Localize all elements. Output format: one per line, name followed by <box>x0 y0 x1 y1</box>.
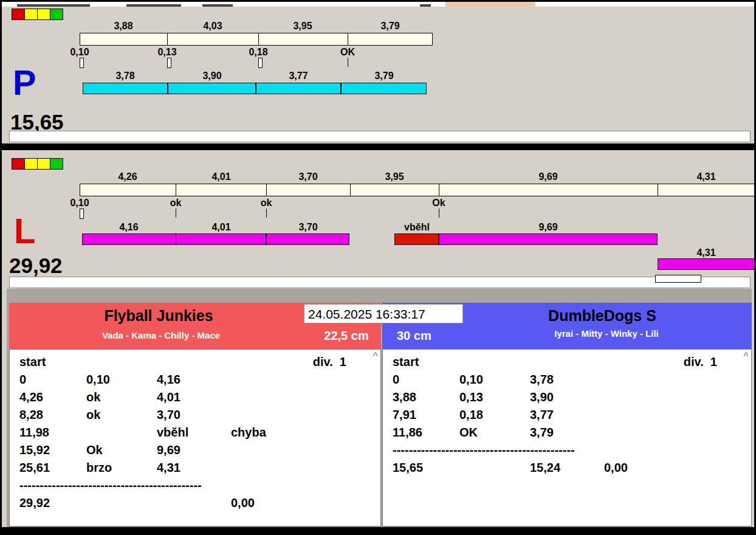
dog-run-segment <box>176 233 266 245</box>
split-time-label: 4,01 <box>211 171 230 182</box>
window-bottom-edge <box>2 527 754 534</box>
team-left-results-table[interactable]: startdiv. 100,104,164,26ok4,018,28ok3,70… <box>9 349 381 526</box>
result-cell: brzo <box>86 460 112 475</box>
dog-run-segment <box>82 233 176 245</box>
result-cell: 4,26 <box>19 390 43 404</box>
pass-mark-label: ok <box>261 198 272 209</box>
result-cell: 15,92 <box>19 443 50 457</box>
dog-run-segment <box>658 258 755 270</box>
result-cell: 15,24 <box>530 460 560 475</box>
team-right-name: DumbleDogs S <box>455 307 749 325</box>
dog-run-time-label: 9,69 <box>538 222 557 233</box>
split-time-label: 3,70 <box>298 171 317 182</box>
split-bar-divider <box>350 184 351 196</box>
result-cell: 25,61 <box>19 460 50 475</box>
pass-mark-label: 0,10 <box>70 198 89 209</box>
results-separator: ----------------------------------------… <box>19 478 202 492</box>
lane-left-letter: L <box>14 213 35 249</box>
team-right-results-body: startdiv. 100,103,783,880,133,907,910,18… <box>383 350 751 526</box>
team-right-results-table[interactable]: startdiv. 100,103,783,880,133,907,910,18… <box>382 349 752 526</box>
dog-run-segment <box>266 233 349 245</box>
pass-sensor-tick <box>176 209 176 218</box>
result-cell: 0 <box>19 372 26 387</box>
split-time-label: 4,26 <box>118 171 137 182</box>
split-times-bar <box>80 184 755 196</box>
result-cell: 0,18 <box>459 407 483 422</box>
results-separator: ----------------------------------------… <box>393 443 575 457</box>
split-bar-divider <box>439 184 439 196</box>
split-bar-divider <box>266 184 267 196</box>
traffic-light-2 <box>37 158 50 170</box>
result-cell: Ok <box>86 443 103 457</box>
flyball-timing-window: P 15,65 3,884,033,953,790,100,130,18OK3,… <box>0 0 756 535</box>
result-cell: 0,00 <box>231 495 255 510</box>
result-cell: 11,98 <box>19 425 49 440</box>
traffic-light-3 <box>50 158 63 170</box>
pass-sensor-tick <box>266 209 267 218</box>
result-cell: 4,31 <box>157 460 180 475</box>
result-cell: 3,78 <box>530 372 554 387</box>
dog-run-time-label: vběhl <box>404 222 430 233</box>
result-cell: ok <box>86 390 100 404</box>
rerun-marker-box <box>655 275 701 283</box>
split-bar-divider <box>176 184 176 196</box>
result-cell: chyba <box>231 425 266 440</box>
results-start-label: start <box>19 354 46 369</box>
result-cell: 15,65 <box>393 460 423 475</box>
team-left-dog-lineup: Vada - Kama - Chilly - Mace <box>9 330 313 340</box>
result-cell: 0,13 <box>459 390 483 404</box>
dog-run-segment <box>439 233 658 245</box>
result-cell: 9,69 <box>157 443 180 457</box>
traffic-light-0 <box>12 158 25 170</box>
result-cell: 0,10 <box>459 372 483 387</box>
result-cell: 11,86 <box>393 425 422 440</box>
pass-sensor-tick <box>80 209 84 219</box>
team-left-jump-height: 22,5 cm <box>313 329 380 343</box>
result-cell: 4,01 <box>157 390 180 404</box>
split-bar-divider <box>658 184 658 196</box>
scroll-up-icon[interactable]: ^ <box>373 352 378 359</box>
pass-mark-label: Ok <box>432 198 445 209</box>
result-cell: 29,92 <box>19 495 50 510</box>
result-cell: 7,91 <box>393 407 416 422</box>
result-cell: vběhl <box>157 425 188 440</box>
result-cell: 0,00 <box>604 460 628 475</box>
result-cell: 8,28 <box>19 407 43 422</box>
result-cell: 3,70 <box>157 407 180 422</box>
dog-run-time-label: 4,01 <box>211 222 230 233</box>
result-cell: 3,88 <box>393 390 416 404</box>
dog-run-segment <box>394 233 439 245</box>
division-label: div. 1 <box>684 354 717 369</box>
results-start-label: start <box>393 354 419 369</box>
dog-run-time-label: 4,16 <box>119 222 138 233</box>
result-cell: 0,10 <box>86 372 110 387</box>
team-right-jump-height: 30 cm <box>397 329 431 343</box>
result-cell: OK <box>459 425 478 440</box>
scroll-up-icon[interactable]: ^ <box>743 352 749 359</box>
result-cell: 4,16 <box>157 372 180 387</box>
team-right-dog-lineup: Iyrai - Mitty - Winky - Lili <box>461 328 752 339</box>
lane-left-status-strip <box>9 277 751 288</box>
split-time-label: 4,31 <box>696 171 715 182</box>
team-left-name: Flyball Junkies <box>9 307 308 325</box>
division-label: div. 1 <box>313 354 346 369</box>
result-cell: 0 <box>393 372 399 387</box>
split-time-label: 9,69 <box>538 171 557 182</box>
split-time-label: 3,95 <box>385 171 404 182</box>
result-cell: 3,77 <box>530 407 554 422</box>
pass-sensor-tick <box>439 209 439 218</box>
traffic-light-1 <box>24 158 38 170</box>
result-cell: ok <box>86 407 100 422</box>
lane-left-total-time: 29,92 <box>9 255 63 276</box>
team-left-results-body: startdiv. 100,104,164,26ok4,018,28ok3,70… <box>10 350 380 526</box>
result-cell: 3,79 <box>530 425 554 440</box>
race-datetime: 24.05.2025 16:33:17 <box>304 304 463 323</box>
result-cell: 3,90 <box>530 390 554 404</box>
teams-section: Flyball Junkies Vada - Kama - Chilly - M… <box>7 289 752 527</box>
dog-run-time-label: 4,31 <box>696 247 715 258</box>
dog-run-time-label: 3,70 <box>298 222 317 233</box>
pass-mark-label: ok <box>170 198 182 209</box>
